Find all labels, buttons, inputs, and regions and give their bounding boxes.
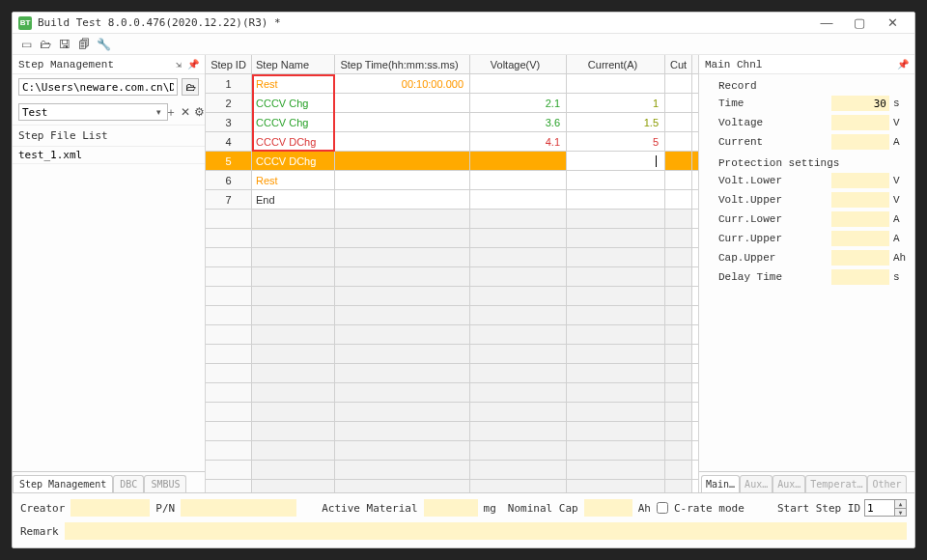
table-row-empty[interactable] xyxy=(206,364,698,383)
cell[interactable] xyxy=(470,306,567,324)
property-input[interactable] xyxy=(831,96,889,111)
cell[interactable]: 2.1 xyxy=(470,94,567,112)
table-row[interactable]: 7End xyxy=(206,190,698,210)
cell[interactable] xyxy=(335,248,470,266)
cell[interactable] xyxy=(665,94,692,112)
minimize-button[interactable]: — xyxy=(810,14,843,32)
cell[interactable] xyxy=(665,345,692,363)
cell[interactable] xyxy=(665,383,692,402)
cell[interactable]: CCCV Chg xyxy=(252,113,335,131)
tab-step-management[interactable]: Step Management xyxy=(13,475,113,492)
cell[interactable]: 5 xyxy=(206,152,252,170)
cell[interactable] xyxy=(335,229,470,247)
table-row[interactable]: 2CCCV Chg2.11 xyxy=(206,94,698,113)
cell[interactable] xyxy=(665,74,692,93)
cell[interactable]: 3 xyxy=(206,113,252,131)
cell[interactable] xyxy=(335,345,470,363)
spinner-buttons[interactable]: ▲▼ xyxy=(894,500,906,516)
cell[interactable] xyxy=(470,171,567,189)
table-row[interactable]: 6Rest xyxy=(206,171,698,190)
file-list-item[interactable]: test_1.xml xyxy=(13,147,205,164)
cell[interactable] xyxy=(470,345,567,363)
cell[interactable] xyxy=(567,422,665,440)
cell[interactable]: CCCV Chg xyxy=(252,94,335,112)
cell[interactable]: 1.5 xyxy=(567,113,665,131)
cell[interactable] xyxy=(252,229,335,247)
property-input[interactable] xyxy=(831,134,889,150)
cell[interactable] xyxy=(567,461,665,479)
cell[interactable]: Rest xyxy=(252,171,335,189)
table-row-empty[interactable] xyxy=(206,480,698,492)
cell[interactable] xyxy=(252,248,335,266)
open-file-icon[interactable]: 🗁 xyxy=(38,37,53,52)
cell[interactable]: End xyxy=(252,190,335,209)
cell[interactable] xyxy=(252,345,335,363)
test-name-combo[interactable] xyxy=(18,103,168,121)
cell[interactable] xyxy=(335,403,470,421)
cell[interactable] xyxy=(206,306,252,324)
property-input[interactable] xyxy=(831,115,889,130)
cell[interactable] xyxy=(206,364,252,382)
cell[interactable] xyxy=(665,248,692,266)
cell[interactable] xyxy=(206,383,252,402)
cell[interactable] xyxy=(335,267,470,286)
property-input[interactable] xyxy=(831,192,889,208)
cell[interactable] xyxy=(252,364,335,382)
cell[interactable] xyxy=(567,267,665,286)
cell[interactable] xyxy=(567,210,665,228)
cell[interactable] xyxy=(665,403,692,421)
nominal-cap-input[interactable] xyxy=(584,499,632,517)
cell[interactable] xyxy=(470,229,567,247)
new-file-icon[interactable]: ▭ xyxy=(18,37,34,52)
cell[interactable] xyxy=(470,441,567,460)
tab-aux2[interactable]: Aux… xyxy=(772,475,805,492)
cell[interactable] xyxy=(252,480,335,492)
cell[interactable] xyxy=(335,171,470,189)
cell[interactable] xyxy=(206,210,252,228)
cell[interactable] xyxy=(252,267,335,286)
cell[interactable] xyxy=(470,364,567,382)
cell[interactable] xyxy=(470,480,567,492)
remark-input[interactable] xyxy=(65,522,907,540)
cell[interactable] xyxy=(567,364,665,382)
cell[interactable]: 6 xyxy=(206,171,252,189)
cell[interactable]: Rest xyxy=(252,74,335,93)
cell[interactable]: 1 xyxy=(567,94,665,112)
cell[interactable] xyxy=(252,441,335,460)
cell[interactable] xyxy=(665,132,692,151)
cell[interactable] xyxy=(567,403,665,421)
active-material-input[interactable] xyxy=(424,499,478,517)
cell[interactable] xyxy=(567,306,665,324)
cell[interactable] xyxy=(665,152,692,170)
table-row-empty[interactable] xyxy=(206,441,698,461)
cell[interactable] xyxy=(567,383,665,402)
creator-input[interactable] xyxy=(70,499,150,517)
browse-button[interactable]: 🗁 xyxy=(182,78,199,96)
cell[interactable] xyxy=(335,210,470,228)
crate-mode-checkbox[interactable] xyxy=(657,502,668,514)
tab-aux1[interactable]: Aux… xyxy=(740,475,772,492)
tab-other[interactable]: Other xyxy=(867,475,906,492)
cell[interactable] xyxy=(567,248,665,266)
start-step-id-spinner[interactable]: ▲▼ xyxy=(864,499,907,517)
property-input[interactable] xyxy=(831,231,889,246)
property-input[interactable] xyxy=(831,211,889,227)
cell[interactable] xyxy=(335,364,470,382)
cell[interactable] xyxy=(335,287,470,305)
table-row[interactable]: 3CCCV Chg3.61.5 xyxy=(206,113,698,132)
cell[interactable] xyxy=(470,190,567,209)
cell[interactable] xyxy=(252,287,335,305)
cell[interactable] xyxy=(665,210,692,228)
header-cut[interactable]: Cut xyxy=(665,55,692,73)
table-row-empty[interactable] xyxy=(206,403,698,422)
property-input[interactable] xyxy=(831,173,889,188)
cell[interactable] xyxy=(206,267,252,286)
cell[interactable] xyxy=(470,267,567,286)
cell[interactable] xyxy=(470,152,567,170)
cell[interactable] xyxy=(470,287,567,305)
table-row-empty[interactable] xyxy=(206,210,698,229)
cell[interactable] xyxy=(335,480,470,492)
table-row-empty[interactable] xyxy=(206,248,698,267)
cell[interactable]: 3.6 xyxy=(470,113,567,131)
cell[interactable] xyxy=(665,461,692,479)
